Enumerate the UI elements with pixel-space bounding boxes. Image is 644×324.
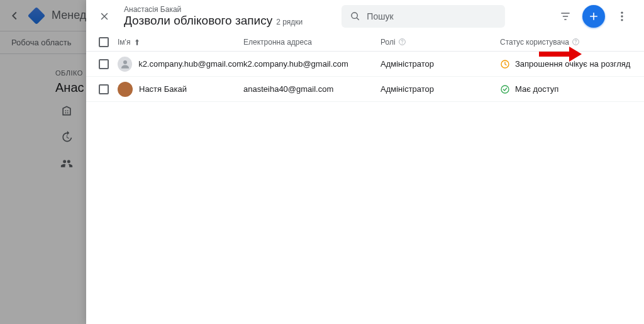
help-icon	[572, 38, 580, 46]
table-row[interactable]: Настя Бакай anasteiha40@gmail.com Адміні…	[86, 77, 644, 102]
row-status: Має доступ	[500, 84, 638, 94]
search-icon	[350, 11, 360, 22]
row-checkbox[interactable]	[99, 84, 109, 94]
svg-point-6	[575, 43, 576, 43]
close-button[interactable]	[94, 6, 115, 27]
permissions-panel: Анастасія Бакай Дозволи облікового запис…	[86, 0, 644, 324]
svg-point-4	[402, 43, 402, 43]
row-name: k2.company.hub@gmail.com	[138, 59, 243, 69]
table-row[interactable]: k2.company.hub@gmail.com k2.company.hub@…	[86, 52, 644, 77]
more-button[interactable]	[611, 6, 633, 27]
row-menu-button[interactable]	[638, 84, 644, 95]
row-checkbox[interactable]	[99, 59, 109, 69]
panel-title: Дозволи облікового запису	[124, 14, 272, 28]
row-status: Запрошення очікує на розгляд	[500, 59, 638, 69]
more-vert-icon	[616, 10, 628, 23]
row-menu-button[interactable]	[638, 59, 644, 70]
panel-subtitle: Анастасія Бакай	[124, 5, 313, 14]
select-all-checkbox[interactable]	[99, 37, 109, 47]
row-name: Настя Бакай	[139, 84, 187, 94]
svg-point-7	[123, 60, 127, 64]
clock-icon	[500, 59, 510, 69]
avatar	[118, 82, 133, 97]
col-name[interactable]: Ім'я	[118, 38, 243, 47]
sort-asc-icon	[133, 38, 142, 47]
svg-point-0	[621, 12, 623, 14]
plus-icon	[587, 10, 600, 23]
row-role: Адміністратор	[380, 84, 500, 94]
person-icon	[119, 59, 131, 70]
svg-point-2	[621, 19, 623, 21]
search-input[interactable]	[367, 11, 496, 21]
close-icon	[99, 11, 110, 22]
row-email: anasteiha40@gmail.com	[243, 84, 380, 94]
col-role[interactable]: Ролі	[380, 38, 500, 47]
panel-row-count: 2 рядки	[276, 18, 303, 26]
row-role: Адміністратор	[380, 59, 500, 69]
svg-point-12	[501, 86, 509, 93]
check-circle-icon	[500, 84, 510, 94]
col-email[interactable]: Електронна адреса	[243, 38, 380, 47]
col-status[interactable]: Статус користувача	[500, 38, 638, 47]
permissions-table: Ім'я Електронна адреса Ролі Статус корис…	[86, 33, 644, 102]
avatar	[118, 57, 132, 72]
help-icon	[398, 38, 406, 46]
filter-icon	[559, 10, 572, 23]
row-email: k2.company.hub@gmail.com	[243, 59, 380, 69]
table-header: Ім'я Електронна адреса Ролі Статус корис…	[86, 33, 644, 52]
add-button[interactable]	[582, 5, 605, 28]
panel-header: Анастасія Бакай Дозволи облікового запис…	[86, 0, 644, 33]
svg-point-1	[621, 15, 623, 17]
search-box[interactable]	[341, 5, 505, 28]
filter-button[interactable]	[555, 6, 576, 27]
